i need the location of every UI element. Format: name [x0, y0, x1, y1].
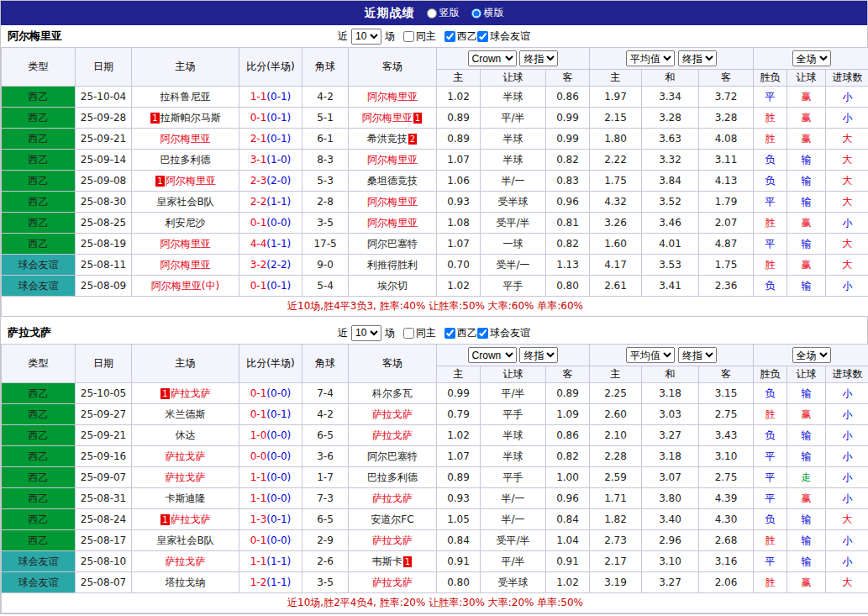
match-score-cell[interactable]: 2-3(2-0)	[239, 171, 302, 192]
team-link[interactable]: 休达	[176, 429, 196, 441]
average-stage-select[interactable]: 终指	[678, 50, 717, 66]
horizontal-layout-radio[interactable]	[471, 8, 481, 18]
league-type-cell: 西乙	[2, 425, 76, 446]
team-link[interactable]: 卡斯迪隆	[166, 492, 206, 504]
team-link[interactable]: 拉科鲁尼亚	[160, 91, 211, 103]
league-checkbox[interactable]	[445, 31, 455, 42]
match-score-cell[interactable]: 2-2(1-1)	[239, 192, 302, 213]
team-link[interactable]: 韦斯卡	[372, 555, 402, 567]
same-home-filter[interactable]: 同主	[403, 326, 436, 340]
match-score-cell[interactable]: 0-1(0-1)	[239, 108, 302, 129]
match-score-cell[interactable]: 1-1(0-1)	[239, 87, 302, 108]
team-link[interactable]: 拉斯帕尔马斯	[160, 112, 221, 124]
same-home-checkbox[interactable]	[403, 328, 414, 339]
team-link[interactable]: 埃尔切	[377, 280, 408, 292]
match-score-cell[interactable]: 0-0(0-0)	[239, 446, 302, 467]
team-link[interactable]: 萨拉戈萨	[166, 555, 206, 567]
team-link[interactable]: 萨拉戈萨	[372, 534, 413, 546]
odds-stage-select[interactable]: 终指	[519, 347, 558, 363]
same-home-filter[interactable]: 同主	[403, 29, 436, 44]
match-score-cell[interactable]: 3-2(2-2)	[239, 255, 302, 276]
team-link[interactable]: 皇家社会B队	[156, 534, 213, 546]
match-score-cell[interactable]: 1-1(0-0)	[239, 467, 302, 488]
team-link[interactable]: 阿尔巴塞特	[367, 450, 418, 462]
team-link[interactable]: 萨拉戈萨	[171, 513, 211, 525]
team-name: 萨拉戈萨	[8, 322, 51, 344]
home-team-cell: 阿尔梅里亚(中)	[132, 276, 239, 297]
team-link[interactable]: 萨拉戈萨	[171, 387, 211, 399]
team-link[interactable]: 萨拉戈萨	[372, 408, 413, 420]
team-link[interactable]: 阿尔梅里亚	[160, 133, 211, 145]
friendly-checkbox[interactable]	[477, 328, 488, 339]
team-link[interactable]: 阿尔梅里亚	[367, 217, 418, 229]
full-time-score: 3-1	[250, 154, 267, 166]
match-score-cell[interactable]: 1-1(1-1)	[239, 551, 302, 572]
league-checkbox[interactable]	[445, 328, 455, 339]
layout-option-vertical[interactable]: 竖版	[427, 6, 460, 20]
team-link[interactable]: 利安尼沙	[166, 217, 206, 229]
league-filter[interactable]: 西乙	[445, 29, 477, 44]
bookmaker-select[interactable]: Crown	[468, 347, 517, 363]
team-link[interactable]: 萨拉戈萨	[372, 577, 413, 588]
team-link[interactable]: 阿尔梅里亚	[367, 196, 418, 208]
match-score-cell[interactable]: 0-1(0-0)	[239, 213, 302, 234]
match-date-cell: 25-09-07	[76, 467, 132, 488]
team-link[interactable]: 巴拉多利德	[367, 471, 418, 483]
team-link[interactable]: 萨拉戈萨	[372, 429, 413, 441]
half-time-score: (0-0)	[266, 217, 291, 229]
matches-count-select[interactable]: 10	[351, 29, 381, 45]
team-link[interactable]: 皇家社会B队	[156, 196, 213, 208]
team-link[interactable]: 米兰德斯	[166, 408, 206, 420]
match-score-cell[interactable]: 0-1(0-0)	[239, 383, 302, 404]
team-link[interactable]: 萨拉戈萨	[166, 471, 206, 483]
team-link[interactable]: 巴拉多利德	[160, 154, 211, 166]
team-link[interactable]: 科尔多瓦	[372, 387, 413, 399]
vertical-layout-radio[interactable]	[427, 8, 437, 18]
result-outcome: 负	[754, 171, 787, 192]
average-select[interactable]: 平均值	[626, 50, 675, 66]
match-score-cell[interactable]: 4-4(1-1)	[239, 234, 302, 255]
odds-stage-select[interactable]: 终指	[519, 50, 558, 66]
team-link[interactable]: 阿尔梅里亚	[160, 259, 211, 271]
team-link[interactable]: 阿尔梅里亚	[367, 154, 418, 166]
average-select[interactable]: 平均值	[626, 347, 675, 363]
team-link[interactable]: 希洪竞技	[367, 133, 408, 145]
team-link[interactable]: 阿尔梅里亚	[166, 175, 216, 187]
team-link[interactable]: 安道尔FC	[371, 513, 413, 525]
match-score-cell[interactable]: 1-1(0-0)	[239, 488, 302, 509]
match-score-cell[interactable]: 3-1(1-0)	[239, 150, 302, 171]
team-link[interactable]: 桑坦德竞技	[367, 175, 418, 187]
team-link[interactable]: 阿尔梅里亚(中)	[151, 280, 219, 292]
match-score-cell[interactable]: 0-1(0-1)	[239, 276, 302, 297]
bookmaker-select[interactable]: Crown	[468, 50, 517, 66]
matches-count-select[interactable]: 10	[351, 325, 381, 341]
scope-select[interactable]: 全场	[792, 347, 831, 363]
odds-home: 0.84	[437, 530, 481, 551]
league-filter[interactable]: 西乙	[445, 326, 477, 340]
team-link[interactable]: 利推得胜利	[367, 259, 418, 271]
scope-select[interactable]: 全场	[792, 50, 831, 66]
match-score-cell[interactable]: 1-2(1-1)	[239, 572, 302, 593]
match-date-cell: 25-09-08	[76, 171, 132, 192]
same-home-checkbox[interactable]	[403, 31, 414, 42]
team-link[interactable]: 阿尔巴塞特	[367, 238, 418, 250]
team-link[interactable]: 塔拉戈纳	[166, 577, 206, 588]
team-link[interactable]: 萨拉戈萨	[372, 492, 413, 504]
friendly-filter[interactable]: 球会友谊	[477, 29, 530, 44]
team-link[interactable]: 阿尔梅里亚	[362, 112, 413, 124]
average-stage-select[interactable]: 终指	[678, 347, 717, 363]
match-score-cell[interactable]: 0-1(0-0)	[239, 530, 302, 551]
team-link[interactable]: 阿尔梅里亚	[367, 91, 418, 103]
match-score-cell[interactable]: 1-3(0-1)	[239, 509, 302, 530]
match-score-cell[interactable]: 0-1(0-1)	[239, 404, 302, 425]
friendly-checkbox[interactable]	[477, 31, 488, 42]
team-link[interactable]: 萨拉戈萨	[166, 450, 206, 462]
avg-draw: 2.96	[642, 530, 699, 551]
result-handicap: 输	[787, 276, 826, 297]
layout-option-horizontal[interactable]: 横版	[471, 6, 504, 20]
team-link[interactable]: 阿尔梅里亚	[160, 238, 211, 250]
friendly-filter[interactable]: 球会友谊	[477, 326, 530, 340]
avg-away: 4.08	[699, 129, 754, 150]
match-score-cell[interactable]: 1-0(0-0)	[239, 425, 302, 446]
match-score-cell[interactable]: 2-1(0-1)	[239, 129, 302, 150]
